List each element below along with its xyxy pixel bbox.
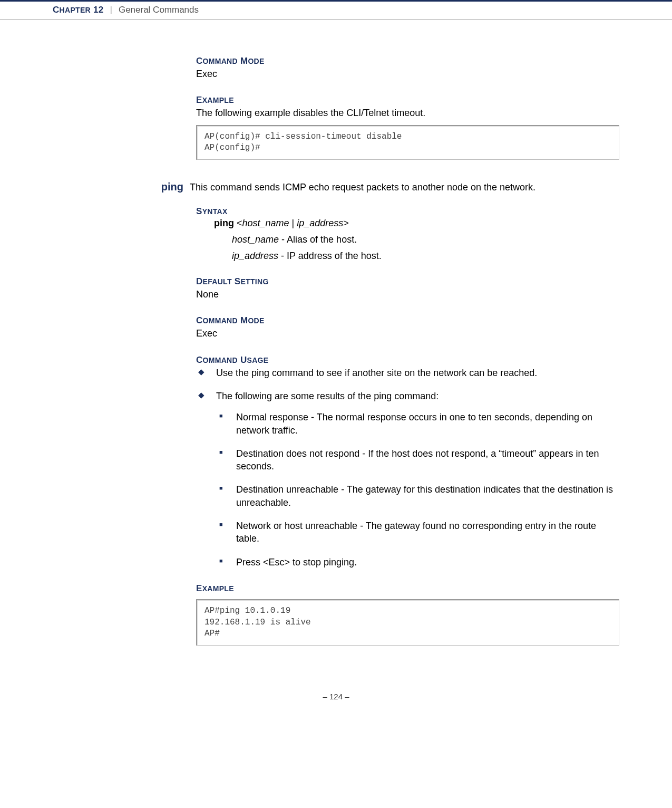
ping-details: SYNTAX ping <host_name | ip_address> hos… <box>196 206 619 646</box>
syntax-param-ipaddress: ip_address - IP address of the host. <box>196 251 619 262</box>
syntax-param-hostname: host_name - Alias of the host. <box>196 234 619 245</box>
page-header: CHAPTER 12 | General Commands <box>0 0 672 20</box>
usage-item: Use the ping command to see if another s… <box>196 367 619 379</box>
ping-command-name: ping <box>53 181 190 193</box>
ping-example-code-block: AP#ping 10.1.0.19 192.168.1.19 is alive … <box>196 599 619 646</box>
example-code-block: AP(config)# cli-session-timeout disable … <box>196 125 619 160</box>
chapter-label: CHAPTER 12 <box>53 5 103 15</box>
example-heading: EXAMPLE <box>196 95 619 105</box>
usage-sub-item: Destination unreachable - The gateway fo… <box>216 483 619 509</box>
example-text: The following example disables the CLI/T… <box>196 107 619 119</box>
page-content: COMMAND MODE Exec EXAMPLE The following … <box>0 24 672 681</box>
usage-sub-list: Normal response - The normal response oc… <box>216 411 619 569</box>
command-mode-heading: COMMAND MODE <box>196 56 619 66</box>
ping-command-mode-value: Exec <box>196 327 619 340</box>
usage-item-text: The following are some results of the pi… <box>216 391 439 401</box>
top-block: COMMAND MODE Exec EXAMPLE The following … <box>196 56 619 160</box>
command-usage-heading: COMMAND USAGE <box>196 355 619 365</box>
page-number: – 124 – <box>323 692 349 701</box>
ping-command-desc: This command sends ICMP echo request pac… <box>190 181 535 194</box>
command-mode-value: Exec <box>196 68 619 80</box>
syntax-command: ping <host_name | ip_address> <box>196 218 619 229</box>
ping-command-mode-heading: COMMAND MODE <box>196 315 619 326</box>
default-setting-heading: DEFAULT SETTING <box>196 276 619 287</box>
header-separator: | <box>108 5 114 15</box>
usage-sub-item: Normal response - The normal response oc… <box>216 411 619 437</box>
section-name: General Commands <box>119 5 199 15</box>
usage-sub-item: Destination does not respond - If the ho… <box>216 447 619 473</box>
ping-example-heading: EXAMPLE <box>196 583 619 594</box>
usage-item: The following are some results of the pi… <box>196 390 619 569</box>
ping-command-row: ping This command sends ICMP echo reques… <box>53 181 619 194</box>
page-footer: – 124 – <box>0 681 672 722</box>
usage-list: Use the ping command to see if another s… <box>196 367 619 569</box>
default-setting-value: None <box>196 288 619 301</box>
syntax-heading: SYNTAX <box>196 206 619 217</box>
usage-sub-item: Network or host unreachable - The gatewa… <box>216 520 619 545</box>
header-line: CHAPTER 12 | General Commands <box>53 5 672 15</box>
usage-sub-item: Press <Esc> to stop pinging. <box>216 556 619 569</box>
